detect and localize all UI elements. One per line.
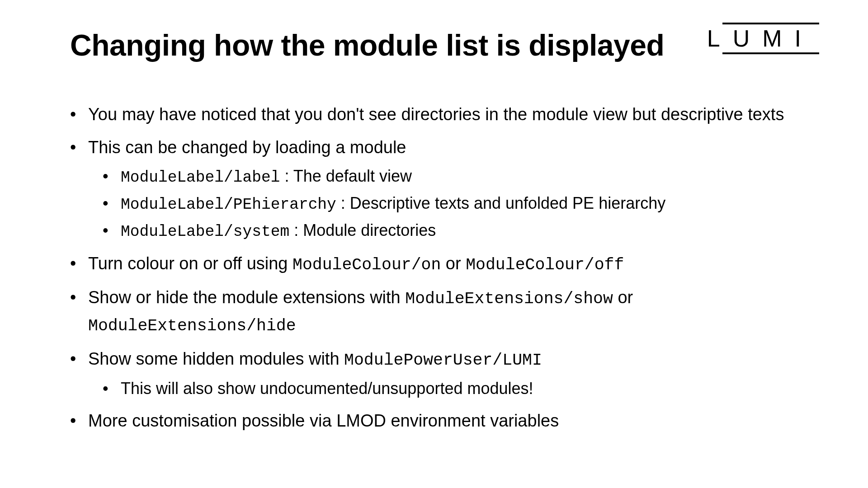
sub-bullet-item: ModuleLabel/label : The default view bbox=[103, 164, 793, 189]
bullet-text: You may have noticed that you don't see … bbox=[88, 105, 784, 124]
sub-bullet-item: This will also show undocumented/unsuppo… bbox=[103, 376, 793, 401]
bullet-text: : Module directories bbox=[289, 221, 436, 239]
code-text: ModuleColour/off bbox=[466, 256, 624, 274]
bullet-item: Turn colour on or off using ModuleColour… bbox=[70, 251, 793, 278]
bullet-text: Turn colour on or off using bbox=[88, 254, 292, 273]
logo-text: LUMI bbox=[707, 25, 814, 52]
bullet-text: More customisation possible via LMOD env… bbox=[88, 411, 559, 430]
code-text: ModuleLabel/label bbox=[121, 169, 280, 186]
code-text: ModuleExtensions/show bbox=[405, 290, 613, 308]
bullet-list: You may have noticed that you don't see … bbox=[70, 102, 793, 434]
code-text: ModuleLabel/PEhierarchy bbox=[121, 196, 336, 213]
bullet-text: Show some hidden modules with bbox=[88, 349, 344, 368]
logo-line-top bbox=[722, 23, 819, 24]
bullet-text: This can be changed by loading a module bbox=[88, 138, 406, 157]
sub-bullet-list: ModuleLabel/label : The default view Mod… bbox=[88, 164, 793, 244]
code-text: ModuleColour/on bbox=[292, 256, 441, 274]
code-text: ModuleLabel/system bbox=[121, 223, 289, 240]
bullet-item: More customisation possible via LMOD env… bbox=[70, 408, 793, 434]
bullet-text: : The default view bbox=[280, 167, 412, 185]
code-text: ModulePowerUser/LUMI bbox=[344, 351, 542, 370]
bullet-text: This will also show undocumented/unsuppo… bbox=[121, 379, 533, 398]
bullet-item: Show some hidden modules with ModulePowe… bbox=[70, 346, 793, 401]
bullet-text: : Descriptive texts and unfolded PE hier… bbox=[336, 194, 665, 212]
bullet-text: Show or hide the module extensions with bbox=[88, 288, 405, 307]
bullet-text: or bbox=[441, 254, 466, 273]
bullet-item: You may have noticed that you don't see … bbox=[70, 102, 793, 127]
slide: Changing how the module list is displaye… bbox=[0, 0, 868, 488]
bullet-text: or bbox=[613, 288, 633, 307]
sub-bullet-item: ModuleLabel/system : Module directories bbox=[103, 218, 793, 244]
sub-bullet-list: This will also show undocumented/unsuppo… bbox=[88, 376, 793, 401]
logo-line-bottom bbox=[722, 52, 819, 54]
slide-title: Changing how the module list is displaye… bbox=[70, 28, 664, 62]
bullet-item: This can be changed by loading a module … bbox=[70, 135, 793, 244]
slide-body: You may have noticed that you don't see … bbox=[70, 102, 793, 441]
bullet-item: Show or hide the module extensions with … bbox=[70, 285, 793, 338]
sub-bullet-item: ModuleLabel/PEhierarchy : Descriptive te… bbox=[103, 191, 793, 216]
code-text: ModuleExtensions/hide bbox=[88, 317, 296, 335]
